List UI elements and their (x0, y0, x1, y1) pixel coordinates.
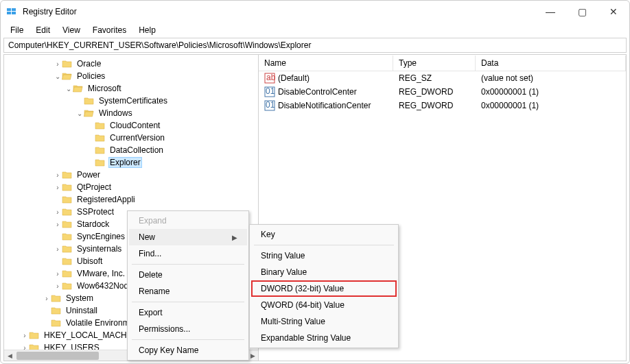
chevron-down-icon[interactable]: ⌄ (75, 110, 84, 117)
menu-favorites[interactable]: Favorites (87, 24, 132, 36)
menu-item-label: Find... (139, 249, 161, 258)
tree-node-explorer[interactable]: Explorer (4, 156, 258, 169)
menu-item-expandable-string-value[interactable]: Expandable String Value (251, 330, 397, 346)
chevron-right-icon[interactable]: › (43, 295, 51, 302)
tree-node-datacollection[interactable]: DataCollection (4, 144, 258, 156)
menu-item-string-value[interactable]: String Value (251, 247, 397, 264)
folder-icon (95, 158, 106, 167)
value-name: DisableNotificationCenter (278, 101, 371, 110)
value-row[interactable]: (Default)REG_SZ(value not set) (259, 71, 626, 85)
folder-icon (95, 121, 106, 130)
folder-icon (29, 330, 40, 340)
maximize-button[interactable]: ▢ (566, 1, 598, 22)
value-list[interactable]: (Default)REG_SZ(value not set)DisableCon… (259, 71, 626, 112)
menu-item-multi-string-value[interactable]: Multi-String Value (251, 313, 397, 330)
tree-node-power[interactable]: ›Power (4, 169, 258, 181)
value-data: 0x00000001 (1) (476, 101, 626, 110)
tree-node-label: Stardock (75, 219, 110, 229)
chevron-down-icon[interactable]: ⌄ (65, 85, 73, 93)
folder-open-icon (84, 108, 95, 118)
menu-item-label: Copy Key Name (139, 345, 198, 355)
value-type: REG_DWORD (393, 101, 476, 110)
window-title: Registry Editor (23, 7, 535, 16)
folder-icon (62, 207, 73, 217)
menu-item-delete[interactable]: Delete (129, 267, 247, 283)
tree-node-systemcertificates[interactable]: SystemCertificates (4, 95, 258, 107)
tree-node-policies[interactable]: ⌄Policies (4, 70, 258, 82)
chevron-right-icon[interactable]: › (54, 171, 62, 179)
tree-node-label: SyncEngines (75, 232, 126, 241)
folder-icon (62, 256, 73, 266)
value-data: 0x00000001 (1) (476, 87, 626, 97)
tree-node-microsoft[interactable]: ⌄Microsoft (4, 82, 258, 95)
close-button[interactable]: ✕ (598, 1, 629, 22)
window-controls: — ▢ ✕ (535, 1, 629, 22)
menu-file[interactable]: File (5, 24, 29, 36)
tree-node-currentversion[interactable]: CurrentVersion (4, 132, 258, 144)
list-header: Name Type Data (259, 55, 626, 71)
menu-item-export[interactable]: Export (129, 304, 247, 321)
context-menu: ExpandNew▶Find...DeleteRenameExportPermi… (127, 210, 249, 361)
value-row[interactable]: DisableNotificationCenterREG_DWORD0x0000… (259, 99, 626, 112)
value-row[interactable]: DisableControlCenterREG_DWORD0x00000001 … (259, 85, 626, 99)
menu-help[interactable]: Help (133, 24, 161, 36)
column-data[interactable]: Data (476, 56, 626, 71)
dword-value-icon (264, 100, 275, 111)
folder-icon (62, 281, 73, 291)
menu-item-binary-value[interactable]: Binary Value (251, 264, 397, 280)
menu-item-label: DWORD (32-bit) Value (261, 284, 344, 293)
menu-item-permissions[interactable]: Permissions... (129, 321, 247, 337)
svg-rect-0 (7, 8, 11, 11)
tree-node-windows[interactable]: ⌄Windows (4, 107, 258, 119)
menu-separator (254, 245, 394, 245)
chevron-right-icon[interactable]: › (54, 208, 62, 216)
tree-node-label: CloudContent (108, 121, 161, 130)
chevron-right-icon[interactable]: › (21, 332, 29, 339)
tree-node-label: Wow6432Node (75, 281, 135, 291)
chevron-right-icon[interactable]: › (54, 282, 62, 290)
menu-item-dword-32-bit-value[interactable]: DWORD (32-bit) Value (251, 280, 397, 297)
menu-item-label: Delete (139, 270, 163, 280)
minimize-button[interactable]: — (535, 1, 566, 22)
menu-item-label: New (139, 232, 155, 242)
folder-icon (95, 145, 106, 155)
column-type[interactable]: Type (393, 56, 476, 71)
menu-view[interactable]: View (57, 24, 86, 36)
folder-icon (62, 182, 73, 192)
chevron-right-icon[interactable]: › (54, 184, 62, 191)
svg-rect-3 (12, 12, 16, 14)
chevron-right-icon[interactable]: › (54, 60, 62, 68)
value-name: DisableControlCenter (278, 87, 357, 97)
menu-item-new[interactable]: New▶ (129, 229, 247, 245)
menu-item-find[interactable]: Find... (129, 245, 247, 262)
menu-item-rename[interactable]: Rename (129, 283, 247, 300)
tree-node-label: Windows (97, 108, 134, 118)
tree-node-label: Sysinternals (75, 244, 123, 254)
folder-icon (51, 318, 62, 328)
folder-open-icon (62, 71, 73, 81)
chevron-right-icon[interactable]: › (54, 270, 62, 278)
menu-separator (132, 339, 244, 340)
tree-node-label: Policies (75, 71, 106, 81)
menu-item-copy-key-name[interactable]: Copy Key Name (129, 342, 247, 359)
column-name[interactable]: Name (259, 56, 393, 71)
menu-item-key[interactable]: Key (251, 226, 397, 243)
menu-edit[interactable]: Edit (30, 24, 56, 36)
tree-node-label: RegisteredAppli (75, 195, 137, 204)
chevron-right-icon[interactable]: › (54, 221, 62, 228)
chevron-down-icon[interactable]: ⌄ (54, 73, 62, 80)
tree-node-registeredappli[interactable]: RegisteredAppli (4, 193, 258, 206)
tree-node-cloudcontent[interactable]: CloudContent (4, 119, 258, 132)
tree-node-label: QtProject (75, 182, 113, 192)
tree-node-label: SystemCertificates (97, 96, 169, 106)
chevron-right-icon[interactable]: › (54, 245, 62, 253)
address-bar[interactable]: Computer\HKEY_CURRENT_USER\Software\Poli… (3, 38, 627, 53)
tree-node-oracle[interactable]: ›Oracle (4, 58, 258, 70)
scroll-thumb[interactable] (16, 352, 99, 360)
menu-separator (132, 302, 244, 302)
scroll-left-icon[interactable]: ◀ (4, 350, 15, 361)
menu-item-qword-64-bit-value[interactable]: QWORD (64-bit) Value (251, 297, 397, 313)
tree-node-qtproject[interactable]: ›QtProject (4, 181, 258, 193)
tree-node-label: System (65, 293, 95, 303)
menu-item-label: Multi-String Value (261, 317, 325, 326)
